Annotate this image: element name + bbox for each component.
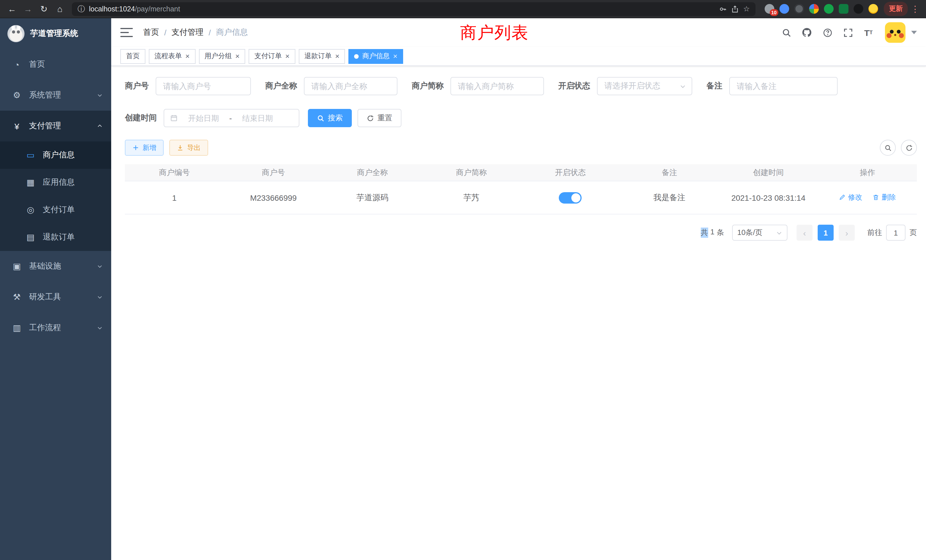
delete-link[interactable]: 删除 <box>872 193 896 203</box>
remark-input[interactable] <box>729 77 838 95</box>
toggle-search-button[interactable] <box>880 140 896 156</box>
tab-refund-orders[interactable]: 退款订单 × <box>299 49 345 64</box>
extension-multicolor-icon[interactable] <box>809 4 819 14</box>
tab-label: 退款订单 <box>304 51 332 61</box>
plus-icon <box>132 144 139 151</box>
page-size-select[interactable]: 10条/页 <box>732 225 787 241</box>
goto-label: 前往 <box>867 227 882 238</box>
start-date-input[interactable] <box>181 114 226 122</box>
add-button[interactable]: 新增 <box>125 140 163 156</box>
share-icon[interactable] <box>731 5 739 13</box>
breadcrumb-separator: / <box>209 28 211 37</box>
tab-home[interactable]: 首页 <box>120 49 145 64</box>
tab-label: 流程表单 <box>154 51 182 61</box>
sidebar-item-home[interactable]: ◔ 首页 <box>0 49 111 80</box>
sidebar-item-label: 支付订单 <box>43 205 75 215</box>
sidebar-item-pay-orders[interactable]: ◎ 支付订单 <box>0 196 111 224</box>
short-name-label: 商户简称 <box>412 81 443 91</box>
short-name-input[interactable] <box>451 77 544 95</box>
close-icon[interactable]: × <box>185 53 189 60</box>
browser-reload-button[interactable]: ↻ <box>36 2 51 16</box>
column-header: 备注 <box>620 167 719 178</box>
next-page-button[interactable]: › <box>839 225 855 241</box>
browser-menu-icon[interactable]: ⋮ <box>909 4 921 14</box>
column-header: 开启状态 <box>521 167 620 178</box>
create-time-range[interactable]: - <box>163 109 300 127</box>
column-header: 商户全称 <box>323 167 422 178</box>
search-icon[interactable] <box>778 24 795 41</box>
extension-face-icon[interactable] <box>869 4 878 14</box>
table-header-row: 商户编号 商户号 商户全称 商户简称 开启状态 备注 创建时间 操作 <box>125 164 917 182</box>
font-size-icon[interactable]: TT <box>860 24 877 41</box>
status-select[interactable]: 请选择开启状态 <box>597 77 692 95</box>
browser-update-button[interactable]: 更新 <box>884 2 908 16</box>
close-icon[interactable]: × <box>285 53 289 60</box>
end-date-input[interactable] <box>235 114 280 122</box>
edit-link[interactable]: 修改 <box>839 193 862 203</box>
browser-forward-button[interactable]: → <box>21 2 35 16</box>
extension-pin-icon[interactable]: 10 <box>765 4 774 14</box>
extension-drop-icon[interactable] <box>779 4 789 14</box>
table-toolbar: 新增 导出 <box>125 140 917 156</box>
sidebar-item-dev-tools[interactable]: ⚒ 研发工具 <box>0 282 111 312</box>
tab-process-form[interactable]: 流程表单 × <box>149 49 195 64</box>
browser-home-button[interactable]: ⌂ <box>53 2 67 16</box>
address-bar[interactable]: ⓘ localhost:1024/pay/merchant ☆ <box>72 2 755 16</box>
breadcrumb-home[interactable]: 首页 <box>143 27 159 38</box>
status-toggle[interactable] <box>559 192 582 203</box>
sidebar-item-system[interactable]: ⚙ 系统管理 <box>0 80 111 110</box>
help-icon[interactable] <box>819 24 836 41</box>
navbar-actions: TT <box>778 22 917 43</box>
sidebar-item-workflow[interactable]: ▥ 工作流程 <box>0 312 111 343</box>
merchant-no-input[interactable] <box>156 77 251 95</box>
close-icon[interactable]: × <box>335 53 340 60</box>
site-info-icon[interactable]: ⓘ <box>77 4 85 14</box>
sidebar-item-merchant-info[interactable]: ▭ 商户信息 <box>0 141 111 169</box>
active-tab-dot <box>354 54 359 59</box>
app-logo[interactable]: 芋道管理系统 <box>0 18 111 49</box>
sidebar-item-refund-orders[interactable]: ▤ 退款订单 <box>0 224 111 251</box>
status-select-placeholder: 请选择开启状态 <box>604 81 660 91</box>
breadcrumb-payment[interactable]: 支付管理 <box>172 27 204 38</box>
sidebar: 芋道管理系统 ◔ 首页 ⚙ 系统管理 ¥ 支付管理 ▭ 商户信息 ▦ 应用信息 … <box>0 18 111 560</box>
sidebar-item-payment[interactable]: ¥ 支付管理 <box>0 110 111 141</box>
browser-toolbar: ← → ↻ ⌂ ⓘ localhost:1024/pay/merchant ☆ … <box>0 0 926 18</box>
extension-green-square-icon[interactable] <box>839 4 849 14</box>
fullscreen-icon[interactable] <box>839 24 856 41</box>
user-menu-caret-icon[interactable] <box>911 31 917 34</box>
tab-pay-orders[interactable]: 支付订单 × <box>249 49 295 64</box>
tools-icon: ⚒ <box>12 292 22 302</box>
extension-ring-icon[interactable] <box>794 4 804 14</box>
tab-user-group[interactable]: 用户分组 × <box>199 49 245 64</box>
order-icon: ◎ <box>26 205 35 215</box>
pagination: 共 1 条 10条/页 ‹ 1 › 前往 页 <box>125 225 917 241</box>
prev-page-button[interactable]: ‹ <box>797 225 813 241</box>
reset-button[interactable]: 重置 <box>357 109 401 127</box>
sidebar-item-app-info[interactable]: ▦ 应用信息 <box>0 169 111 196</box>
export-button[interactable]: 导出 <box>169 140 208 156</box>
close-icon[interactable]: × <box>393 53 398 60</box>
close-icon[interactable]: × <box>235 53 239 60</box>
browser-back-button[interactable]: ← <box>5 2 20 16</box>
sidebar-item-infrastructure[interactable]: ▣ 基础设施 <box>0 251 111 282</box>
extension-dark-icon[interactable] <box>853 4 863 14</box>
extension-green-circle-icon[interactable] <box>824 4 834 14</box>
user-avatar[interactable] <box>885 22 905 43</box>
search-icon <box>884 144 891 151</box>
collapse-menu-icon[interactable] <box>120 28 133 37</box>
sidebar-item-label: 工作流程 <box>29 323 61 333</box>
bookmark-star-icon[interactable]: ☆ <box>743 5 750 13</box>
search-button[interactable]: 搜索 <box>308 109 352 127</box>
refresh-icon <box>367 114 374 122</box>
tab-merchant-info[interactable]: 商户信息 × <box>349 49 403 64</box>
page-1-button[interactable]: 1 <box>818 225 834 241</box>
refresh-table-button[interactable] <box>901 140 917 156</box>
breadcrumb-current: 商户信息 <box>216 27 248 38</box>
password-key-icon[interactable] <box>719 5 727 13</box>
full-name-input[interactable] <box>304 77 398 95</box>
github-icon[interactable] <box>798 24 816 41</box>
url-text: localhost:1024/pay/merchant <box>89 5 180 13</box>
goto-page-input[interactable] <box>886 225 905 241</box>
chevron-down-icon <box>776 230 782 236</box>
filter-row-2: 创建时间 - 搜索 重置 <box>125 109 917 127</box>
